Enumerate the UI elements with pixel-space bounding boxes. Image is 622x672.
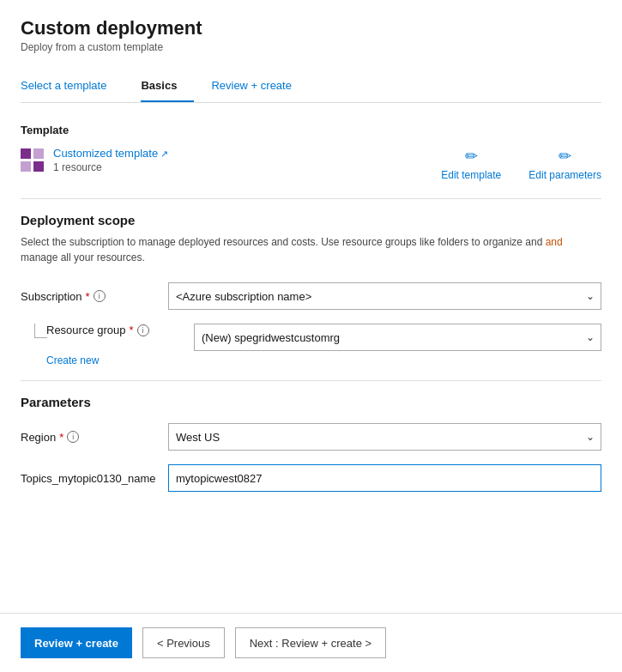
icon-cell-2 [33,148,44,159]
page-subtitle: Deploy from a custom template [21,41,601,53]
icon-cell-3 [21,161,31,172]
resource-group-info-icon[interactable]: i [137,324,149,336]
edit-parameters-label: Edit parameters [528,169,601,181]
region-info-icon[interactable]: i [67,431,79,443]
region-label: Region * i [21,431,158,444]
deployment-scope-title: Deployment scope [21,213,601,227]
topics-name-label: Topics_mytopic0130_name [21,472,158,485]
template-section-title: Template [21,124,601,136]
subscription-label: Subscription * i [21,290,158,303]
topics-name-input[interactable] [168,464,601,492]
tab-nav: Select a template Basics Review + create [21,70,601,103]
tab-review-create[interactable]: Review + create [211,70,309,102]
topics-name-row: Topics_mytopic0130_name [21,464,601,492]
subscription-row: Subscription * i <Azure subscription nam… [21,282,601,310]
template-icon [21,148,45,173]
section-divider-2 [21,380,601,381]
icon-cell-4 [33,161,44,172]
page-title: Custom deployment [21,17,601,39]
region-select[interactable]: West USEast USCentral US [168,423,601,451]
subscription-required: * [86,290,90,303]
resource-group-label: Resource group * i [46,324,184,336]
edit-parameters-icon: ✏ [559,147,571,166]
template-name-link[interactable]: Customized template [53,147,158,160]
resource-group-select-wrapper: (New) spegridwestcustomrg ⌄ [194,324,601,351]
footer: Review + create < Previous Next : Review… [0,613,622,672]
previous-button[interactable]: < Previous [142,627,225,658]
subscription-select[interactable]: <Azure subscription name> [168,282,601,310]
section-divider-1 [21,198,601,199]
parameters-title: Parameters [21,395,601,409]
external-link-icon: ↗ [160,148,168,159]
subscription-select-wrapper: <Azure subscription name> ⌄ [168,282,601,310]
edit-template-label: Edit template [441,169,501,181]
edit-template-button[interactable]: ✏ Edit template [441,147,501,181]
edit-parameters-button[interactable]: ✏ Edit parameters [528,147,601,181]
template-info: Customized template↗ 1 resource [21,147,168,173]
resource-group-required: * [130,324,134,336]
tab-basics[interactable]: Basics [141,70,194,102]
region-select-wrapper: West USEast USCentral US ⌄ [168,423,601,451]
resource-group-select[interactable]: (New) spegridwestcustomrg [194,324,601,351]
next-button[interactable]: Next : Review + create > [235,627,386,658]
region-row: Region * i West USEast USCentral US ⌄ [21,423,601,451]
tab-select-template[interactable]: Select a template [21,70,124,102]
region-required: * [59,431,63,444]
template-row: Customized template↗ 1 resource ✏ Edit t… [21,147,601,181]
template-details: Customized template↗ 1 resource [53,147,168,173]
template-resource-count: 1 resource [53,161,168,173]
resource-group-row: Resource group * i (New) spegridwestcust… [21,324,601,351]
edit-template-icon: ✏ [465,147,478,166]
create-new-link[interactable]: Create new [21,354,601,366]
deployment-scope-description: Select the subscription to manage deploy… [21,234,601,265]
subscription-info-icon[interactable]: i [94,290,106,302]
icon-cell-1 [21,148,31,159]
template-actions: ✏ Edit template ✏ Edit parameters [441,147,601,181]
review-create-button[interactable]: Review + create [21,627,132,658]
